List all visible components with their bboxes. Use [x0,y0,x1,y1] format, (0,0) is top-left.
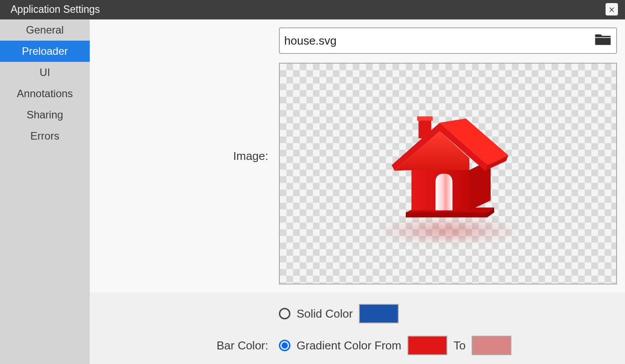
main-panel: Image: house.svg [90,19,625,364]
image-section: Image: house.svg [90,19,625,292]
image-file-input[interactable]: house.svg [279,27,617,54]
image-preview [279,63,617,284]
svg-rect-10 [417,116,432,121]
gradient-to-swatch[interactable] [472,336,511,355]
image-filename: house.svg [284,34,594,48]
gradient-to-label: To [454,339,465,353]
sidebar-item-errors[interactable]: Errors [0,125,90,147]
image-label: Image: [90,27,279,284]
solid-color-label: Solid Color [297,307,353,321]
sidebar: General Preloader UI Annotations Sharing… [0,19,90,364]
close-button[interactable] [606,3,618,15]
gradient-from-swatch[interactable] [408,336,447,355]
sidebar-item-general[interactable]: General [0,19,90,41]
sidebar-item-ui[interactable]: UI [0,62,90,83]
sidebar-item-sharing[interactable]: Sharing [0,104,90,125]
sidebar-item-preloader[interactable]: Preloader [0,41,90,62]
close-icon [608,6,615,13]
svg-rect-9 [418,118,431,138]
solid-color-swatch[interactable] [359,304,399,323]
solid-color-row: Solid Color [279,304,617,323]
house-icon [377,103,519,244]
svg-marker-1 [406,212,487,217]
window-title: Application Settings [11,4,100,15]
sidebar-item-annotations[interactable]: Annotations [0,83,90,104]
gradient-color-radio[interactable] [279,340,290,351]
solid-color-radio[interactable] [279,308,290,319]
gradient-from-label: Gradient Color From [297,339,401,353]
titlebar: Application Settings [0,0,625,19]
gradient-color-row: Gradient Color From To [279,336,617,355]
bar-color-section: Bar Color: Solid Color Gradient Color Fr… [90,292,625,364]
folder-icon[interactable] [594,32,612,49]
bar-color-label: Bar Color: [90,339,279,355]
